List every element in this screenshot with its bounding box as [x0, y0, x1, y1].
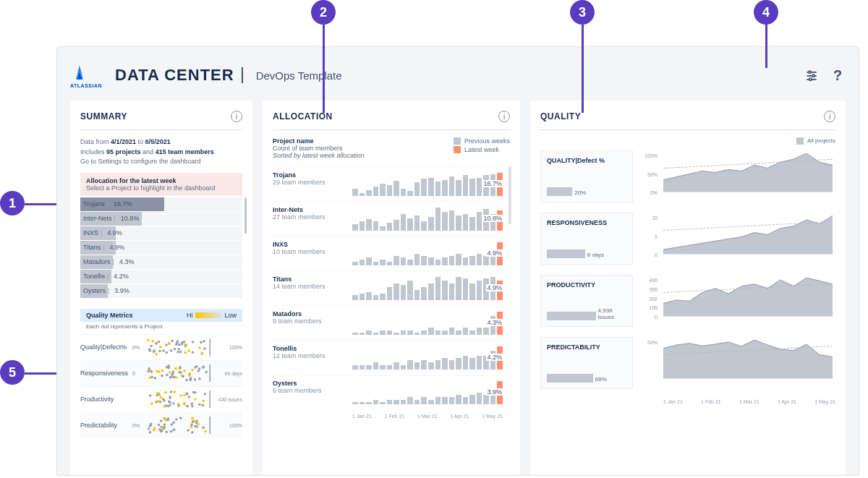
svg-point-62: [171, 375, 174, 378]
svg-point-139: [169, 401, 171, 404]
quality-card-value: 8 days: [585, 252, 605, 258]
svg-point-22: [176, 351, 179, 354]
allocation-panel: ALLOCATION i Project name Count of team …: [263, 101, 520, 475]
date-from: 4/1/2021: [111, 138, 136, 145]
alloc-project-name: INXS: [273, 241, 352, 248]
page-title: DATA CENTER: [115, 66, 234, 85]
alloc-pct: 4.3%: [486, 319, 503, 326]
xaxis-tick: 1 Apr 21: [778, 399, 796, 404]
scrollbar[interactable]: [244, 197, 247, 234]
project-name: Oysters: [83, 287, 106, 294]
svg-point-42: [176, 342, 179, 345]
svg-point-14: [179, 351, 182, 354]
svg-point-16: [198, 346, 201, 349]
svg-point-105: [183, 394, 186, 397]
svg-point-83: [189, 379, 192, 382]
svg-point-55: [183, 370, 186, 372]
xaxis-tick: 1 Jan 21: [663, 399, 683, 404]
svg-point-187: [197, 423, 200, 426]
project-name: Matadors: [83, 258, 111, 265]
svg-point-94: [172, 371, 175, 374]
svg-point-20: [159, 346, 162, 349]
project-pct: 3.9%: [114, 287, 129, 294]
legend-prev: Previous weeks: [464, 137, 510, 145]
svg-point-46: [158, 341, 161, 343]
svg-point-45: [200, 352, 203, 355]
scrollbar[interactable]: [509, 166, 511, 224]
xaxis-tick: 1 Mar 21: [417, 414, 438, 419]
svg-point-19: [155, 342, 158, 345]
alloc-project-name: Trojans: [273, 171, 352, 179]
svg-point-151: [190, 426, 193, 429]
project-row[interactable]: Trojans | 16.7%: [80, 197, 242, 212]
svg-point-136: [149, 394, 152, 397]
project-row[interactable]: Inter-Nets | 10.8%: [80, 212, 242, 226]
alloc-project-name: Matadors: [273, 310, 352, 317]
svg-point-113: [188, 396, 191, 398]
svg-point-128: [164, 391, 167, 394]
alloc-project-name: Titans: [273, 276, 352, 283]
atlassian-logo: ATLASSIAN: [70, 63, 102, 88]
header: ATLASSIAN DATA CENTER DevOps Template ?: [70, 57, 846, 93]
project-row[interactable]: Tonellis | 4.2%: [80, 270, 242, 284]
svg-point-10: [150, 345, 153, 348]
settings-icon[interactable]: [804, 67, 820, 83]
project-row[interactable]: Titans | 4.9%: [80, 241, 242, 255]
svg-point-13: [181, 343, 184, 346]
quality-card-title: PRODUCTIVITY: [547, 281, 626, 289]
xaxis-tick: 1 May 21: [482, 414, 503, 419]
quality-panel: QUALITY i All projects QUALITY|Defect % …: [530, 101, 846, 475]
summary-title: SUMMARY: [80, 111, 127, 121]
quality-trend-chart: 1050: [643, 213, 835, 265]
project-row[interactable]: Oysters | 3.9%: [80, 284, 242, 299]
info-icon[interactable]: i: [824, 111, 835, 122]
project-row[interactable]: Matadors | 4.3%: [80, 255, 242, 270]
project-row[interactable]: INXS | 4.9%: [80, 226, 242, 241]
annotation-3-line: [582, 25, 584, 113]
quality-trend-chart: 4003002001000: [643, 275, 835, 327]
svg-point-34: [151, 340, 154, 343]
alloc-col-title: Project name: [273, 137, 367, 145]
svg-point-49: [155, 353, 158, 356]
svg-point-25: [168, 342, 171, 345]
svg-point-80: [167, 364, 170, 367]
alloc-pct: 10.8%: [482, 215, 503, 222]
project-name: Trojans: [83, 200, 105, 208]
alloc-bar-chart: 4.9%: [352, 276, 503, 300]
svg-point-61: [185, 379, 188, 382]
svg-point-76: [179, 366, 182, 369]
svg-point-41: [200, 341, 203, 344]
allocation-row: INXS10 team members 4.9%: [273, 236, 503, 270]
info-icon[interactable]: i: [498, 111, 510, 122]
svg-point-40: [185, 343, 188, 346]
project-name: Inter-Nets: [83, 215, 112, 222]
svg-point-82: [156, 370, 158, 373]
alloc-project-members: 12 team members: [273, 352, 352, 359]
svg-point-150: [191, 431, 194, 434]
svg-point-81: [178, 371, 181, 374]
quality-card-value: 20%: [572, 189, 586, 196]
svg-point-30: [192, 351, 195, 354]
svg-point-138: [183, 403, 186, 406]
annotation-1-line: [25, 203, 56, 205]
projects-count: 95 projects: [106, 148, 141, 155]
svg-point-177: [165, 430, 168, 433]
svg-point-162: [161, 426, 163, 429]
project-pct: 4.3%: [119, 258, 135, 265]
legend-all-projects: All projects: [807, 137, 835, 145]
project-pct: 4.9%: [107, 229, 122, 236]
svg-point-131: [191, 405, 194, 408]
svg-point-188: [204, 430, 207, 433]
svg-point-142: [169, 396, 171, 399]
svg-point-39: [178, 343, 181, 346]
help-icon[interactable]: ?: [830, 67, 846, 83]
project-pct: 10.8%: [121, 215, 140, 222]
to-label: to: [138, 138, 144, 145]
svg-point-87: [150, 376, 153, 379]
allocation-row: Inter-Nets27 team members 10.8%: [273, 201, 503, 236]
svg-point-71: [161, 375, 163, 377]
alloc-project-name: Oysters: [273, 380, 352, 387]
info-icon[interactable]: i: [231, 111, 242, 122]
svg-point-179: [175, 418, 178, 421]
svg-point-69: [194, 366, 197, 369]
